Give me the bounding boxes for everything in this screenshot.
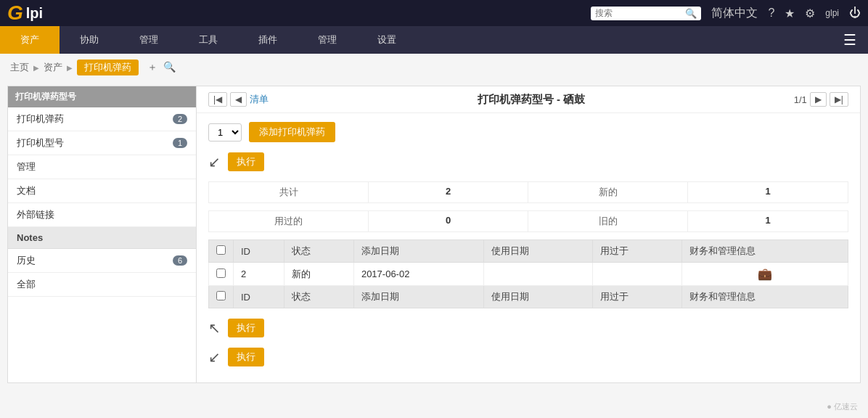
panel-title: 打印机弹药型号 - 硒鼓 bbox=[478, 93, 585, 107]
row-add-date: 2017-06-02 bbox=[353, 263, 483, 286]
execute-button-top[interactable]: 执行 bbox=[228, 152, 264, 171]
search-breadcrumb-icon[interactable]: 🔍 bbox=[163, 61, 176, 74]
breadcrumb: 主页 ▶ 资产 ▶ 打印机弹药 ＋ 🔍 bbox=[0, 54, 868, 81]
data-table: ID 状态 添加日期 使用日期 用过于 财务和管理信息 2 新的 2017-06… bbox=[208, 239, 848, 308]
hamburger-icon[interactable]: ☰ bbox=[832, 31, 868, 49]
row-status: 新的 bbox=[284, 263, 353, 286]
breadcrumb-asset[interactable]: 资产 bbox=[44, 61, 62, 74]
row-use-date bbox=[484, 263, 593, 286]
prev-page-button[interactable]: ◀ bbox=[230, 92, 247, 107]
star-icon[interactable]: ★ bbox=[785, 7, 795, 20]
bottom-execute-row-up: ↖ 执行 bbox=[208, 319, 848, 337]
sidebar-item-label-manage: 管理 bbox=[17, 160, 36, 173]
last-page-button[interactable]: ▶| bbox=[830, 92, 848, 107]
nav-item-tools[interactable]: 工具 bbox=[179, 26, 238, 54]
th-checkbox bbox=[209, 240, 234, 263]
tfoot-status: 状态 bbox=[284, 286, 353, 308]
breadcrumb-sep1: ▶ bbox=[33, 64, 39, 72]
nav-item-manage1[interactable]: 管理 bbox=[119, 26, 179, 54]
execute-button-bottom-up[interactable]: 执行 bbox=[228, 319, 264, 337]
sidebar-item-manage[interactable]: 管理 bbox=[8, 155, 196, 179]
main-content: 打印机弹药型号 打印机弹药 2 打印机型号 1 管理 文档 外部链接 Notes… bbox=[7, 86, 861, 383]
sidebar-item-label-printer-type: 打印机型号 bbox=[17, 136, 64, 149]
row-id: 2 bbox=[234, 263, 284, 286]
row-used-by bbox=[592, 263, 681, 286]
first-page-button[interactable]: |◀ bbox=[208, 92, 227, 107]
help-icon[interactable]: ? bbox=[768, 7, 774, 20]
nav-bar: 资产 协助 管理 工具 插件 管理 设置 ☰ bbox=[0, 26, 868, 54]
panel-header: |◀ ◀ 清单 打印机弹药型号 - 硒鼓 1/1 ▶ ▶| bbox=[197, 86, 860, 113]
th-use-date: 使用日期 bbox=[484, 240, 593, 263]
nav-item-manage2[interactable]: 管理 bbox=[298, 26, 357, 54]
nav-item-plugins[interactable]: 插件 bbox=[238, 26, 298, 54]
th-used-by: 用过于 bbox=[592, 240, 681, 263]
settings-icon[interactable]: ⚙ bbox=[805, 7, 815, 20]
breadcrumb-home[interactable]: 主页 bbox=[10, 61, 29, 74]
add-icon[interactable]: ＋ bbox=[147, 61, 157, 74]
logo: G lpi bbox=[7, 1, 43, 25]
sidebar-item-label-all: 全部 bbox=[17, 278, 36, 291]
sidebar-item-all[interactable]: 全部 bbox=[8, 273, 196, 297]
row-finance[interactable]: 💼 bbox=[681, 263, 848, 286]
sidebar-item-label-history: 历史 bbox=[17, 254, 36, 267]
username-label[interactable]: glpi bbox=[825, 8, 839, 18]
sidebar-item-external-links[interactable]: 外部链接 bbox=[8, 203, 196, 227]
arrow-down2-icon: ↙ bbox=[208, 348, 221, 366]
list-link[interactable]: 清单 bbox=[250, 93, 269, 106]
logo-lpi: lpi bbox=[26, 5, 43, 22]
add-cartridge-button[interactable]: 添加打印机弹药 bbox=[249, 122, 335, 142]
stat-old-value: 1 bbox=[688, 211, 848, 231]
select-all-checkbox[interactable] bbox=[216, 245, 226, 255]
stat-total-value: 2 bbox=[369, 182, 528, 202]
top-right-toolbar: 🔍 简体中文 ? ★ ⚙ glpi ⏻ bbox=[591, 6, 861, 21]
select-all-bottom-checkbox[interactable] bbox=[216, 291, 226, 300]
tfoot-use-date: 使用日期 bbox=[484, 286, 593, 308]
sidebar-item-label-external-links: 外部链接 bbox=[17, 208, 54, 221]
sidebar-item-label-docs: 文档 bbox=[17, 184, 36, 197]
nav-item-assist[interactable]: 协助 bbox=[60, 26, 119, 54]
sidebar-badge-history: 6 bbox=[173, 255, 187, 266]
sidebar-item-cartridges[interactable]: 打印机弹药 2 bbox=[8, 107, 196, 131]
th-status: 状态 bbox=[284, 240, 353, 263]
power-icon[interactable]: ⏻ bbox=[849, 7, 861, 20]
panel-body: 1 2 3 添加打印机弹药 ↙ 执行 共计 2 新的 bbox=[197, 113, 860, 382]
search-input[interactable] bbox=[595, 8, 682, 18]
sidebar-item-label-cartridges: 打印机弹药 bbox=[17, 112, 64, 126]
tfoot-add-date: 添加日期 bbox=[353, 286, 483, 308]
finance-icon[interactable]: 💼 bbox=[758, 268, 772, 280]
sidebar-item-docs[interactable]: 文档 bbox=[8, 179, 196, 203]
row-checkbox-cell bbox=[209, 263, 234, 286]
stat-old-label: 旧的 bbox=[528, 211, 688, 231]
row-checkbox[interactable] bbox=[216, 269, 226, 278]
nav-item-settings[interactable]: 设置 bbox=[357, 26, 417, 54]
sidebar-item-history[interactable]: 历史 6 bbox=[8, 249, 196, 273]
panel-nav-left: |◀ ◀ 清单 bbox=[208, 92, 269, 107]
arrow-down-icon: ↙ bbox=[208, 153, 221, 171]
search-box[interactable]: 🔍 bbox=[591, 7, 701, 20]
table-header-row: ID 状态 添加日期 使用日期 用过于 财务和管理信息 bbox=[209, 240, 848, 263]
panel-pagination: 1/1 ▶ ▶| bbox=[794, 92, 848, 107]
lang-label[interactable]: 简体中文 bbox=[711, 6, 758, 21]
sidebar-badge-cartridges: 2 bbox=[173, 114, 187, 124]
table-row: 2 新的 2017-06-02 💼 bbox=[209, 263, 848, 286]
quantity-select[interactable]: 1 2 3 bbox=[208, 123, 242, 142]
bottom-execute-row-down: ↙ 执行 bbox=[208, 348, 848, 366]
stats-row2: 用过的 0 旧的 1 bbox=[208, 210, 848, 232]
sidebar-item-notes[interactable]: Notes bbox=[8, 227, 196, 249]
execute-button-bottom-down[interactable]: 执行 bbox=[228, 348, 264, 366]
search-icon[interactable]: 🔍 bbox=[685, 8, 697, 19]
sidebar: 打印机弹药型号 打印机弹药 2 打印机型号 1 管理 文档 外部链接 Notes… bbox=[7, 86, 196, 383]
right-panel: |◀ ◀ 清单 打印机弹药型号 - 硒鼓 1/1 ▶ ▶| 1 2 3 添加打印… bbox=[196, 86, 861, 383]
execute-row-top: ↙ 执行 bbox=[208, 152, 848, 171]
stat-new-label: 新的 bbox=[528, 182, 688, 202]
next-page-button[interactable]: ▶ bbox=[810, 92, 827, 107]
th-id: ID bbox=[234, 240, 284, 263]
pagination-text: 1/1 bbox=[794, 94, 807, 105]
stats-row: 共计 2 新的 1 bbox=[208, 181, 848, 203]
nav-item-assets[interactable]: 资产 bbox=[0, 26, 60, 54]
th-finance: 财务和管理信息 bbox=[681, 240, 848, 263]
sidebar-item-printer-type[interactable]: 打印机型号 1 bbox=[8, 131, 196, 155]
stat-used-value: 0 bbox=[369, 211, 528, 231]
logo-g: G bbox=[7, 1, 23, 25]
arrow-up-icon: ↖ bbox=[208, 319, 221, 337]
